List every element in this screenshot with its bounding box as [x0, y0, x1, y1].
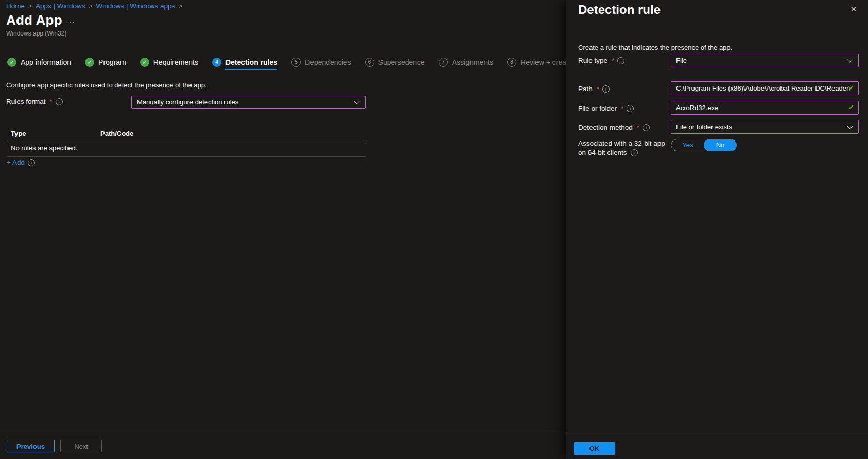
toggle-option-yes[interactable]: Yes [671, 139, 704, 151]
add-rule-link[interactable]: + Add i [7, 158, 35, 166]
chevron-right-icon: > [89, 3, 93, 10]
rules-format-dropdown[interactable]: Manually configure detection rules [131, 96, 366, 109]
panel-title: Detection rule [578, 3, 661, 17]
table-header-type: Type [11, 130, 26, 137]
step-app-information[interactable]: ✓ App information [7, 58, 71, 67]
check-circle-icon: ✓ [85, 58, 94, 67]
label-text: on 64-bit clients [578, 149, 627, 156]
detection-rule-panel: Detection rule ✕ Create a rule that indi… [566, 0, 868, 459]
breadcrumb-link-apps-windows[interactable]: Apps | Windows [36, 2, 85, 10]
table-header-path-code: Path/Code [100, 130, 133, 137]
label-text: Rule type [578, 57, 607, 64]
step-label: Detection rules [225, 58, 277, 70]
step-supersedence[interactable]: 6 Supersedence [365, 58, 425, 67]
check-circle-icon: ✓ [7, 58, 16, 67]
panel-description: Create a rule that indicates the presenc… [578, 44, 732, 51]
chevron-right-icon: > [179, 3, 182, 10]
file-or-folder-value: AcroRd32.exe [676, 104, 718, 112]
ok-button[interactable]: OK [574, 442, 615, 455]
step-program[interactable]: ✓ Program [85, 58, 126, 67]
associated-32bit-label-line1: Associated with a 32-bit app [578, 139, 665, 147]
rules-format-value: Manually configure detection rules [137, 98, 238, 106]
required-asterisk: * [597, 85, 599, 93]
valid-check-icon: ✓ [848, 103, 854, 111]
detection-rules-description: Configure app specific rules used to det… [6, 81, 207, 89]
step-number-icon: 8 [507, 58, 516, 67]
footer-divider [0, 430, 566, 430]
step-label: Requirements [153, 58, 198, 66]
step-review-create[interactable]: 8 Review + create [507, 58, 572, 67]
info-icon[interactable]: i [631, 149, 638, 156]
table-empty-message: No rules are specified. [11, 144, 77, 152]
step-assignments[interactable]: 7 Assignments [439, 58, 493, 67]
detection-method-label: Detection method* i [578, 123, 650, 131]
step-number-icon: 7 [439, 58, 448, 67]
label-text: File or folder [578, 104, 617, 112]
step-label: App information [21, 58, 71, 66]
associated-32bit-label-line2: on 64-bit clients i [578, 149, 638, 156]
close-icon[interactable]: ✕ [850, 5, 857, 14]
table-divider [7, 156, 366, 157]
step-number-icon: 4 [212, 58, 221, 67]
panel-footer-divider [566, 436, 868, 436]
info-icon[interactable]: i [28, 159, 35, 166]
step-requirements[interactable]: ✓ Requirements [140, 58, 198, 67]
chevron-right-icon: > [28, 3, 32, 10]
detection-method-dropdown[interactable]: File or folder exists [671, 120, 859, 134]
required-asterisk: * [637, 123, 639, 131]
file-or-folder-label: File or folder* i [578, 104, 634, 112]
wizard-steps: ✓ App information ✓ Program ✓ Requiremen… [7, 58, 572, 67]
page-title: Add App [6, 12, 62, 28]
info-icon[interactable]: i [56, 98, 63, 105]
required-asterisk: * [50, 98, 53, 105]
table-divider [7, 140, 366, 140]
info-icon[interactable]: i [627, 105, 634, 112]
label-text: Detection method [578, 123, 633, 131]
rule-type-label: Rule type* i [578, 57, 624, 64]
info-icon[interactable]: i [643, 124, 650, 131]
step-label: Review + create [520, 58, 572, 66]
breadcrumb-link-home[interactable]: Home [6, 2, 25, 10]
rules-format-label: Rules format* i [6, 98, 63, 105]
label-text: Rules format [6, 98, 46, 105]
check-circle-icon: ✓ [140, 58, 149, 67]
valid-check-icon: ✓ [848, 84, 854, 92]
previous-button[interactable]: Previous [7, 440, 55, 452]
step-number-icon: 5 [291, 58, 301, 67]
step-label: Program [98, 58, 126, 66]
file-or-folder-input[interactable]: AcroRd32.exe ✓ [671, 101, 859, 115]
path-input[interactable]: C:\Program Files (x86)\Adobe\Acrobat Rea… [671, 81, 859, 95]
page-subtitle: Windows app (Win32) [6, 30, 66, 37]
step-number-icon: 6 [365, 58, 374, 67]
step-label: Supersedence [378, 58, 425, 66]
path-label: Path* i [578, 85, 610, 93]
required-asterisk: * [621, 104, 623, 112]
associated-32bit-toggle[interactable]: Yes No [671, 139, 737, 151]
info-icon[interactable]: i [617, 57, 624, 64]
rule-type-value: File [676, 57, 687, 64]
chevron-down-icon [354, 98, 359, 104]
step-label: Dependencies [305, 58, 351, 66]
step-label: Assignments [452, 58, 493, 66]
toggle-option-no[interactable]: No [704, 139, 737, 151]
chevron-down-icon [847, 123, 853, 129]
label-text: Path [578, 85, 593, 93]
required-asterisk: * [612, 57, 614, 64]
breadcrumb-link-windows-apps[interactable]: Windows | Windows apps [96, 2, 176, 10]
detection-method-value: File or folder exists [676, 123, 732, 131]
breadcrumb: Home > Apps | Windows > Windows | Window… [6, 2, 182, 10]
chevron-down-icon [847, 57, 853, 62]
path-value: C:\Program Files (x86)\Adobe\Acrobat Rea… [676, 84, 850, 92]
step-dependencies[interactable]: 5 Dependencies [291, 58, 351, 67]
more-options-icon[interactable]: ··· [66, 17, 75, 26]
rule-type-dropdown[interactable]: File [671, 54, 859, 67]
info-icon[interactable]: i [602, 85, 610, 93]
step-detection-rules[interactable]: 4 Detection rules [212, 58, 277, 67]
next-button[interactable]: Next [60, 440, 102, 452]
add-link-text: + Add [7, 158, 25, 166]
